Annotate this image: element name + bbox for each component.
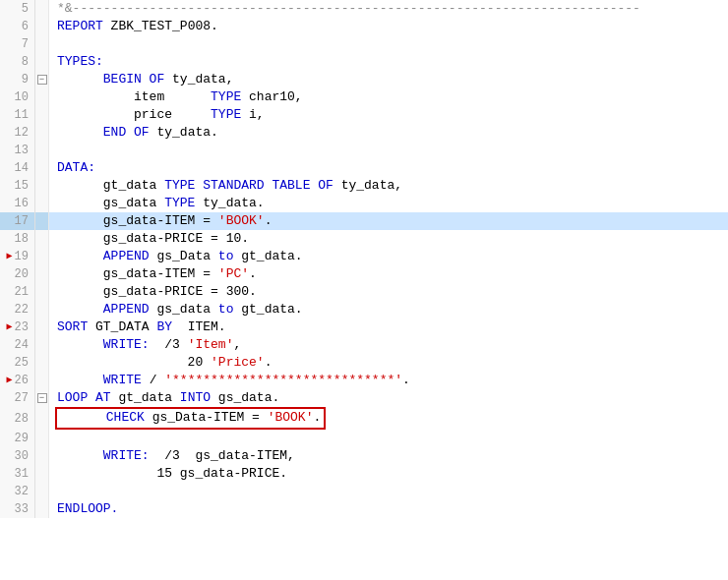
token: gs_data-PRICE = 10.	[57, 231, 249, 246]
fold-gutter-16	[35, 195, 49, 212]
line-number-21: 21	[0, 283, 35, 301]
token: 'PC'	[218, 266, 249, 281]
code-line-32: 32	[0, 483, 728, 500]
fold-gutter-26	[35, 372, 49, 389]
code-line-25: 25 20 'Price'.	[0, 354, 728, 372]
token: .	[265, 213, 273, 228]
token: DATA:	[57, 160, 95, 175]
line-number-28: 28	[0, 407, 35, 430]
fold-gutter-7	[35, 35, 49, 53]
code-content-28: CHECK gs_Data-ITEM = 'BOOK'.	[49, 407, 728, 430]
breakpoint-icon: ▶	[7, 372, 13, 389]
code-line-30: 30 WRITE: /3 gs_data-ITEM,	[0, 447, 728, 465]
fold-gutter-30	[35, 447, 49, 465]
token: gs_data-PRICE = 300.	[57, 284, 257, 299]
code-content-12: END OF ty_data.	[49, 124, 728, 142]
code-content-26: WRITE / '*****************************'.	[49, 372, 728, 389]
token: 20	[57, 355, 211, 370]
token: gs_data	[57, 196, 164, 210]
line-number-15: 15	[0, 177, 35, 195]
fold-gutter-27[interactable]: −	[35, 389, 49, 407]
token: gs_data	[150, 302, 218, 317]
token	[57, 337, 103, 352]
code-content-17: gs_data-ITEM = 'BOOK'.	[49, 212, 728, 230]
line-number-32: 32	[0, 483, 35, 500]
token: gs_Data	[150, 249, 218, 263]
fold-gutter-19	[35, 248, 49, 265]
code-content-31: 15 gs_data-PRICE.	[49, 465, 728, 483]
code-content-25: 20 'Price'.	[49, 354, 728, 372]
token: TYPE	[211, 89, 241, 104]
fold-gutter-20	[35, 265, 49, 283]
breakpoint-icon: ▶	[7, 248, 13, 265]
code-content-22: APPEND gs_data to gt_data.	[49, 301, 728, 319]
token: END OF	[103, 125, 150, 140]
code-line-6: 6REPORT ZBK_TEST_P008.	[0, 18, 728, 35]
token: TYPE	[164, 196, 195, 210]
code-content-14: DATA:	[49, 159, 728, 177]
token: 'Price'	[211, 355, 265, 370]
token: item	[57, 89, 211, 104]
code-line-29: 29	[0, 430, 728, 447]
code-line-19: ▶19 APPEND gs_Data to gt_data.	[0, 248, 728, 265]
code-line-14: 14DATA:	[0, 159, 728, 177]
line-number-25: 25	[0, 354, 35, 372]
code-content-19: APPEND gs_Data to gt_data.	[49, 248, 728, 265]
token: ty_data,	[334, 178, 402, 193]
token: BY	[156, 319, 172, 334]
token: SORT	[57, 319, 88, 334]
check-outline-box: CHECK gs_Data-ITEM = 'BOOK'.	[55, 407, 326, 430]
token: ,	[233, 337, 241, 352]
code-line-18: 18 gs_data-PRICE = 10.	[0, 230, 728, 248]
token: ty_data.	[150, 125, 218, 140]
token: WRITE	[103, 373, 142, 387]
code-line-22: 22 APPEND gs_data to gt_data.	[0, 301, 728, 319]
token: ty_data,	[164, 72, 233, 87]
code-line-17: 17 gs_data-ITEM = 'BOOK'.	[0, 212, 728, 230]
line-number-26: ▶26	[0, 372, 35, 389]
line-number-10: 10	[0, 88, 35, 106]
line-number-30: 30	[0, 447, 35, 465]
code-content-24: WRITE: /3 'Item',	[49, 336, 728, 354]
code-line-10: 10 item TYPE char10,	[0, 88, 728, 106]
breakpoint-icon: ▶	[7, 319, 13, 336]
line-number-12: 12	[0, 124, 35, 142]
token: .	[249, 266, 257, 281]
line-number-16: 16	[0, 195, 35, 212]
token: gt_data	[111, 390, 180, 405]
fold-gutter-15	[35, 177, 49, 195]
line-number-6: 6	[0, 18, 35, 35]
line-number-18: 18	[0, 230, 35, 248]
token: gt_data.	[233, 302, 302, 317]
code-content-10: item TYPE char10,	[49, 88, 728, 106]
token: .	[265, 355, 273, 370]
code-editor: 5*&-------------------------------------…	[0, 0, 728, 580]
line-number-11: 11	[0, 106, 35, 124]
token	[57, 373, 103, 387]
code-content-30: WRITE: /3 gs_data-ITEM,	[49, 447, 728, 465]
fold-gutter-33	[35, 500, 49, 518]
code-content-6: REPORT ZBK_TEST_P008.	[49, 18, 728, 35]
code-line-16: 16 gs_data TYPE ty_data.	[0, 195, 728, 212]
line-number-9: 9	[0, 71, 35, 88]
token: gs_data.	[211, 390, 279, 405]
code-content-8: TYPES:	[49, 53, 728, 71]
code-line-26: ▶26 WRITE / '***************************…	[0, 372, 728, 389]
token: price	[57, 107, 211, 122]
token: ZBK_TEST_P008.	[103, 19, 218, 33]
code-line-7: 7	[0, 35, 728, 53]
token: TYPES:	[57, 54, 103, 69]
code-line-33: 33ENDLOOP.	[0, 500, 728, 518]
token: 'Item'	[188, 337, 234, 352]
code-line-5: 5*&-------------------------------------…	[0, 0, 728, 18]
code-content-16: gs_data TYPE ty_data.	[49, 195, 728, 212]
fold-gutter-9[interactable]: −	[35, 71, 49, 88]
token	[57, 125, 103, 140]
fold-minus-icon[interactable]: −	[37, 75, 47, 85]
fold-minus-icon[interactable]: −	[37, 393, 47, 403]
token: INTO	[180, 390, 211, 405]
token	[57, 302, 103, 317]
fold-gutter-24	[35, 336, 49, 354]
token: char10,	[241, 89, 302, 104]
code-line-23: ▶23SORT GT_DATA BY ITEM.	[0, 319, 728, 336]
